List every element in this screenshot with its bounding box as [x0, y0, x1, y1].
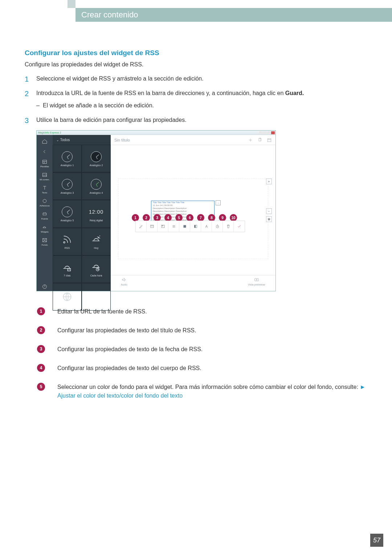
- rail-plantillas[interactable]: Plantillas: [38, 157, 51, 169]
- zoom-fit-icon[interactable]: ✱: [266, 216, 272, 222]
- preview-button[interactable]: Vista preliminar: [248, 277, 265, 286]
- svg-rect-0: [43, 160, 47, 163]
- rail-fuente[interactable]: Fuente: [38, 210, 51, 221]
- canvas-title[interactable]: Sin título: [114, 138, 130, 142]
- widget-empty: [82, 283, 111, 311]
- rss-badge-icon: ⟂: [216, 200, 221, 205]
- legend-row-2: 2 Configurar las propiedades de texto de…: [25, 321, 373, 340]
- widget-analogico-1[interactable]: Analógico 1: [53, 145, 82, 172]
- left-rail: Plantillas Mi conten. Texto Adhesivos Fu…: [37, 135, 53, 291]
- widget-rss[interactable]: RSS: [53, 228, 82, 255]
- header-tab-mark: [68, 0, 75, 8]
- step-1: Seleccione el widget de RSS y arrástrelo…: [25, 74, 373, 83]
- rail-widgets[interactable]: Widgets: [38, 223, 51, 234]
- widget-analogico-3[interactable]: Analógico 3: [53, 172, 82, 200]
- widget-hoy[interactable]: Hoy: [82, 228, 111, 255]
- callout-markers: 1 2 3 4 5 6 7 8 9 10: [132, 214, 241, 221]
- svg-rect-14: [162, 226, 163, 226]
- editor-canvas: Sin título ⟂ Title Title Title Title Tit…: [111, 135, 275, 291]
- calendar-icon[interactable]: [267, 138, 272, 143]
- widget-cadahora[interactable]: Cada hora: [82, 255, 111, 283]
- widget-reloj-digital[interactable]: 12:00Reloj digital: [82, 200, 111, 227]
- window-titlebar: MagicInfo Express 2: [37, 131, 275, 135]
- widget-analogico-5[interactable]: Analógico 5: [53, 200, 82, 227]
- section-intro: Configure las propiedades del widget de …: [25, 61, 373, 68]
- window-title: MagicInfo Express 2: [38, 131, 61, 134]
- rail-fondo[interactable]: Fondo: [38, 236, 51, 247]
- widget-analogico-4[interactable]: Analógico 4: [82, 172, 111, 200]
- tool-duration[interactable]: [212, 221, 223, 232]
- svg-rect-3: [43, 213, 46, 215]
- rail-adhesivos[interactable]: Adhesivos: [38, 197, 51, 208]
- svg-point-21: [256, 279, 257, 280]
- tool-font[interactable]: [201, 221, 212, 232]
- svg-text:A: A: [184, 225, 185, 227]
- tool-body-text[interactable]: [168, 221, 179, 232]
- page-number: 57: [370, 534, 383, 547]
- widget-web[interactable]: [53, 283, 82, 311]
- step-2: Introduzca la URL de la fuente de RSS en…: [25, 89, 373, 110]
- tool-edit-url[interactable]: [136, 221, 147, 232]
- zoom-minus-icon[interactable]: −: [266, 208, 272, 214]
- legend-row-4: 4 Configurar las propiedades de texto de…: [25, 359, 373, 378]
- rail-back[interactable]: [38, 147, 51, 156]
- panel-filter[interactable]: Todos: [53, 135, 111, 145]
- chapter-title: Crear contenido: [81, 10, 138, 20]
- legend-row-5: 5 Seleccionar un color de fondo para el …: [25, 378, 373, 405]
- svg-rect-1: [43, 173, 47, 176]
- svg-rect-20: [255, 279, 259, 281]
- tool-confirm[interactable]: [234, 221, 245, 232]
- svg-point-5: [64, 242, 65, 243]
- zoom-plus-icon[interactable]: +: [266, 178, 272, 184]
- widget-analogico-2[interactable]: Analógico 2: [82, 145, 111, 172]
- svg-rect-18: [194, 225, 196, 228]
- step-2-sub: El widget se añade a la sección de edici…: [36, 101, 373, 110]
- audio-button[interactable]: Audio: [121, 277, 127, 286]
- copy-icon[interactable]: [257, 138, 262, 143]
- steps-list: Seleccione el widget de RSS y arrástrelo…: [25, 74, 373, 124]
- app-screenshot: MagicInfo Express 2 Plantillas Mi conten…: [36, 130, 276, 291]
- svg-point-2: [43, 199, 46, 202]
- tool-title-text[interactable]: [147, 221, 158, 232]
- svg-rect-10: [259, 138, 261, 141]
- tool-date-text[interactable]: [158, 221, 168, 232]
- rail-help[interactable]: [38, 282, 51, 291]
- tool-opacity[interactable]: [190, 221, 201, 232]
- window-buttons: [259, 131, 275, 134]
- tool-bgcolor[interactable]: A: [179, 221, 190, 232]
- tool-delete[interactable]: [223, 221, 234, 232]
- legend-link[interactable]: Ajustar el color del texto/color del fon…: [57, 393, 183, 399]
- section-title: Configurar los ajustes del widget de RSS: [25, 49, 373, 57]
- edit-toolbar: A: [135, 221, 245, 232]
- svg-rect-12: [150, 225, 153, 228]
- step-3: Utilice la barra de edición para configu…: [25, 116, 373, 124]
- rail-home[interactable]: [38, 137, 51, 146]
- widget-7dias[interactable]: 7 días: [53, 255, 82, 283]
- rail-texto[interactable]: Texto: [38, 184, 51, 195]
- callout-legend: 1 Editar la URL de la fuente de RSS. 2 C…: [25, 302, 373, 405]
- widgets-panel: Todos Analógico 1 Analógico 2 Analógico …: [53, 135, 111, 291]
- svg-point-6: [98, 237, 99, 238]
- svg-rect-11: [268, 139, 271, 141]
- add-icon[interactable]: [248, 138, 253, 143]
- chapter-header: Crear contenido: [75, 8, 392, 22]
- legend-row-3: 3 Configurar las propiedades de texto de…: [25, 340, 373, 359]
- rail-micontent[interactable]: Mi conten.: [38, 171, 51, 182]
- zoom-controls: + − ✱: [266, 178, 272, 222]
